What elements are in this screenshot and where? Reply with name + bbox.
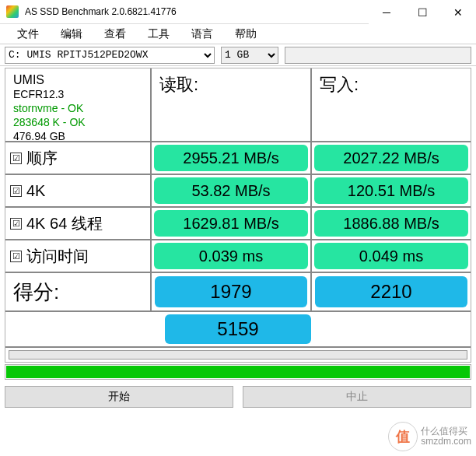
4k64-write-value: 1886.88 MB/s: [314, 210, 468, 237]
menu-tools[interactable]: 工具: [137, 25, 180, 44]
window-title: AS SSD Benchmark 2.0.6821.41776: [25, 6, 369, 17]
menu-edit[interactable]: 编辑: [50, 25, 93, 44]
read-header: 读取:: [152, 68, 312, 141]
drive-select[interactable]: C: UMIS RPITJ512PED2OWX: [5, 47, 215, 64]
button-row: 开始 中止: [0, 383, 476, 414]
header-row: UMIS ECFR12.3 stornvme - OK 283648 K - O…: [5, 68, 471, 142]
label-4k-text: 4K: [26, 182, 45, 200]
maximize-button[interactable]: ☐: [404, 0, 440, 24]
write-header: 写入:: [312, 68, 471, 141]
vendor-text: UMIS: [13, 73, 142, 87]
app-icon: [6, 5, 19, 18]
close-button[interactable]: ✕: [440, 0, 476, 24]
label-4k: ☑ 4K: [5, 175, 152, 206]
access-write-value: 0.049 ms: [314, 243, 468, 269]
drive-info: UMIS ECFR12.3 stornvme - OK 283648 K - O…: [5, 68, 152, 141]
window-controls: ─ ☐ ✕: [369, 0, 476, 23]
capacity-text: 476.94 GB: [13, 129, 142, 143]
row-4k64: ☑ 4K 64 线程 1629.81 MB/s 1886.88 MB/s: [5, 208, 471, 240]
start-button[interactable]: 开始: [5, 386, 233, 408]
firmware-text: ECFR12.3: [13, 87, 142, 101]
access-read-value: 0.039 ms: [154, 243, 308, 269]
label-seq-text: 顺序: [26, 148, 58, 169]
size-select[interactable]: 1 GB: [221, 47, 278, 64]
4k64-read-value: 1629.81 MB/s: [154, 210, 308, 237]
score-total: 5159: [165, 314, 311, 344]
label-4k64-text: 4K 64 线程: [26, 213, 103, 234]
row-access: ☑ 访问时间 0.039 ms 0.049 ms: [5, 240, 471, 273]
watermark: 值 什么值得买 smzdm.com: [388, 422, 471, 451]
checkbox-4k[interactable]: ☑: [10, 185, 22, 197]
toolbar: C: UMIS RPITJ512PED2OWX 1 GB: [0, 44, 476, 66]
score-write: 2210: [315, 276, 467, 307]
label-access: ☑ 访问时间: [5, 240, 152, 272]
menu-language[interactable]: 语言: [180, 25, 224, 44]
driver-status: stornvme - OK: [13, 101, 142, 115]
4k-write-value: 120.51 MB/s: [314, 177, 468, 204]
score-label: 得分:: [5, 273, 152, 310]
label-4k64: ☑ 4K 64 线程: [5, 208, 152, 239]
stop-button[interactable]: 中止: [243, 386, 471, 408]
menu-file[interactable]: 文件: [6, 25, 50, 44]
alignment-status: 283648 K - OK: [13, 115, 142, 129]
label-seq: ☑ 顺序: [5, 142, 152, 174]
inner-progress-bar: [9, 350, 467, 360]
checkbox-seq[interactable]: ☑: [10, 153, 22, 164]
results-panel: UMIS ECFR12.3 stornvme - OK 283648 K - O…: [5, 68, 471, 363]
toolbar-empty-slot: [285, 47, 471, 64]
score-read: 1979: [155, 276, 307, 307]
score-row: 得分: 1979 2210: [5, 273, 471, 312]
label-access-text: 访问时间: [26, 246, 89, 267]
row-4k: ☑ 4K 53.82 MB/s 120.51 MB/s: [5, 175, 471, 208]
menu-help[interactable]: 帮助: [224, 25, 268, 44]
seq-write-value: 2027.22 MB/s: [314, 145, 468, 171]
checkbox-4k64[interactable]: ☑: [10, 218, 22, 230]
menu-view[interactable]: 查看: [93, 25, 137, 44]
minimize-button[interactable]: ─: [369, 0, 404, 24]
4k-read-value: 53.82 MB/s: [154, 177, 308, 204]
row-seq: ☑ 顺序 2955.21 MB/s 2027.22 MB/s: [5, 142, 471, 175]
total-row: 5159: [5, 312, 471, 348]
watermark-text: 什么值得买 smzdm.com: [421, 426, 471, 447]
progress-bar: [5, 364, 471, 380]
seq-read-value: 2955.21 MB/s: [154, 145, 308, 171]
menubar: 文件 编辑 查看 工具 语言 帮助: [0, 24, 476, 44]
titlebar: AS SSD Benchmark 2.0.6821.41776 ─ ☐ ✕: [0, 0, 476, 24]
checkbox-access[interactable]: ☑: [10, 251, 22, 262]
watermark-icon: 值: [388, 422, 418, 451]
